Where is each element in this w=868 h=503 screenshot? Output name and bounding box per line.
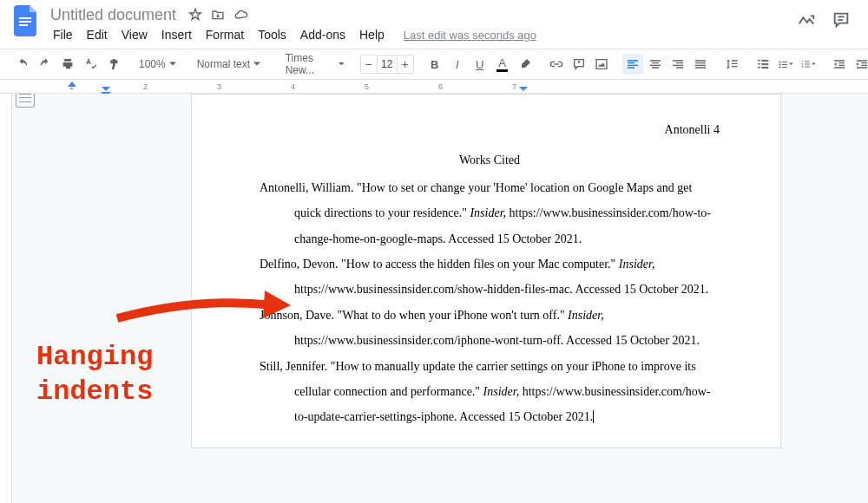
fontsize-control: − 12 + bbox=[360, 55, 414, 74]
page-header: Antonelli 4 bbox=[260, 117, 720, 142]
star-icon[interactable] bbox=[188, 8, 202, 22]
title-area: Untitled document File Edit View Insert … bbox=[47, 5, 797, 45]
annotation-label: Hanging indents bbox=[36, 340, 153, 409]
align-center-button[interactable] bbox=[645, 54, 666, 75]
align-right-button[interactable] bbox=[667, 54, 688, 75]
menu-insert[interactable]: Insert bbox=[155, 26, 198, 43]
image-button[interactable] bbox=[591, 54, 612, 75]
print-button[interactable] bbox=[57, 54, 78, 75]
indent-hanging-marker[interactable] bbox=[102, 87, 110, 94]
entry-text: Delfino, Devon. "How to access the hidde… bbox=[260, 258, 619, 271]
paint-format-button[interactable] bbox=[102, 54, 123, 75]
canvas-area: 1 2 3 4 5 6 7 Antonelli 4 Works Cited An… bbox=[0, 80, 868, 503]
comment-icon[interactable] bbox=[832, 10, 851, 29]
undo-button[interactable] bbox=[12, 54, 33, 75]
underline-button[interactable]: U bbox=[470, 54, 490, 75]
checklist-button[interactable] bbox=[753, 54, 773, 75]
activity-icon[interactable] bbox=[797, 10, 816, 29]
annotation-line1: Hanging bbox=[36, 340, 153, 375]
fontsize-decrease[interactable]: − bbox=[361, 56, 377, 73]
redo-button[interactable] bbox=[35, 54, 56, 75]
ruler-5: 5 bbox=[365, 82, 369, 91]
citation-entry: Antonelli, William. "How to set or chang… bbox=[260, 175, 720, 252]
menu-addons[interactable]: Add-ons bbox=[294, 26, 352, 43]
number-list-button[interactable] bbox=[798, 54, 819, 75]
font-value: Times New... bbox=[286, 52, 335, 76]
cloud-icon[interactable] bbox=[233, 8, 249, 22]
link-button[interactable] bbox=[546, 54, 567, 75]
bullet-list-button[interactable] bbox=[775, 54, 796, 75]
text-color-button[interactable]: A bbox=[492, 54, 513, 75]
indent-decrease-button[interactable] bbox=[829, 54, 850, 75]
horizontal-ruler: 1 2 3 4 5 6 7 bbox=[0, 80, 868, 94]
highlight-button[interactable] bbox=[515, 54, 536, 75]
indent-increase-button[interactable] bbox=[852, 54, 868, 75]
ruler-3: 3 bbox=[217, 82, 221, 91]
style-value: Normal text bbox=[197, 58, 250, 70]
ruler-6: 6 bbox=[438, 82, 443, 91]
document-title[interactable]: Untitled document bbox=[47, 6, 180, 24]
menu-format[interactable]: Format bbox=[200, 26, 250, 43]
spellcheck-button[interactable] bbox=[80, 54, 101, 75]
bold-button[interactable]: B bbox=[424, 54, 445, 75]
ruler-7: 7 bbox=[512, 82, 516, 91]
docs-logo[interactable] bbox=[10, 5, 42, 36]
menu-help[interactable]: Help bbox=[353, 26, 391, 43]
zoom-value: 100% bbox=[139, 58, 166, 70]
menu-bar: File Edit View Insert Format Tools Add-o… bbox=[47, 24, 797, 45]
font-dropdown[interactable]: Times New... bbox=[280, 54, 350, 75]
ruler-4: 4 bbox=[291, 82, 295, 91]
svg-rect-2 bbox=[19, 24, 28, 26]
entry-url: https://www.businessinsider.com/show-hid… bbox=[294, 283, 708, 296]
menu-view[interactable]: View bbox=[115, 26, 154, 43]
italic-button[interactable]: I bbox=[447, 54, 468, 75]
ruler-2: 2 bbox=[143, 82, 148, 91]
citation-entry: Johnson, Dave. "What to do when your iPh… bbox=[260, 303, 720, 354]
align-justify-button[interactable] bbox=[690, 54, 711, 75]
text-cursor bbox=[593, 410, 594, 423]
citation-entry: Still, Jennifer. "How to manually update… bbox=[260, 354, 720, 430]
svg-rect-7 bbox=[102, 92, 110, 94]
style-dropdown[interactable]: Normal text bbox=[192, 54, 270, 75]
move-icon[interactable] bbox=[211, 8, 225, 22]
fontsize-value[interactable]: 12 bbox=[377, 56, 398, 73]
works-cited-title: Works Cited bbox=[260, 147, 720, 173]
annotation-arrow bbox=[113, 284, 295, 327]
annotation-line2: indents bbox=[36, 375, 153, 409]
indent-first-line-marker[interactable] bbox=[68, 82, 76, 87]
citation-entry: Delfino, Devon. "How to access the hidde… bbox=[260, 252, 720, 303]
line-spacing-button[interactable] bbox=[721, 54, 742, 75]
entry-url: https://www.businessinsider.com/iphone-w… bbox=[294, 334, 700, 347]
indent-right-marker[interactable] bbox=[519, 87, 528, 92]
menu-tools[interactable]: Tools bbox=[252, 26, 293, 43]
menu-file[interactable]: File bbox=[47, 26, 79, 43]
entry-text: Johnson, Dave. "What to do when your iPh… bbox=[260, 309, 568, 322]
comment-button[interactable] bbox=[569, 54, 589, 75]
vertical-ruler bbox=[0, 94, 12, 503]
document-page[interactable]: Antonelli 4 Works Cited Antonelli, Willi… bbox=[191, 94, 781, 448]
last-edit-info[interactable]: Last edit was seconds ago bbox=[398, 27, 542, 43]
app-header: Untitled document File Edit View Insert … bbox=[0, 0, 868, 49]
svg-rect-1 bbox=[19, 21, 31, 23]
svg-rect-0 bbox=[19, 17, 31, 19]
toolbar: 100% Normal text Times New... − 12 + B I… bbox=[0, 49, 868, 80]
fontsize-increase[interactable]: + bbox=[398, 56, 413, 73]
entry-pub: Insider, bbox=[619, 258, 655, 271]
entry-pub: Insider, bbox=[483, 385, 520, 398]
zoom-dropdown[interactable]: 100% bbox=[134, 54, 181, 75]
entry-pub: Insider, bbox=[568, 309, 604, 322]
menu-edit[interactable]: Edit bbox=[81, 26, 114, 43]
entry-pub: Insider, bbox=[470, 206, 506, 219]
align-left-button[interactable] bbox=[622, 54, 643, 75]
